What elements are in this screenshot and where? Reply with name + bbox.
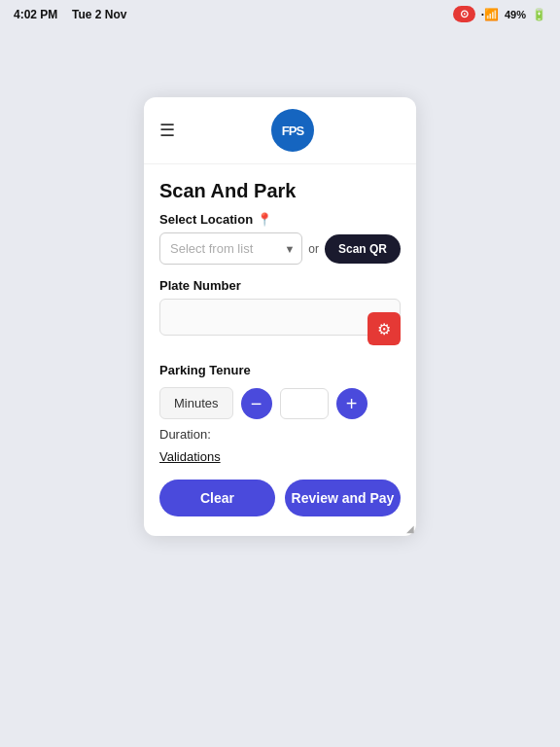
clear-button[interactable]: Clear (159, 480, 275, 516)
select-location-label: Select Location 📍 (159, 212, 401, 227)
review-pay-button[interactable]: Review and Pay (285, 480, 401, 516)
app-logo: FPS (271, 109, 314, 152)
minutes-badge: Minutes (159, 387, 233, 419)
gear-button[interactable]: ⚙ (368, 312, 401, 345)
camera-icon: ⊙ (460, 8, 469, 20)
action-buttons: Clear Review and Pay (159, 480, 401, 516)
parking-tenure-label: Parking Tenure (159, 363, 401, 377)
app-card: ☰ FPS Scan And Park Select Location 📍 Se… (144, 97, 416, 536)
signal-icons: ·📶 (481, 8, 499, 21)
plate-number-label: Plate Number (159, 278, 401, 293)
logo-text: FPS (282, 124, 303, 137)
location-select[interactable]: Select from list (159, 232, 302, 265)
card-header: ☰ FPS (144, 97, 416, 164)
status-bar: 4:02 PM Tue 2 Nov ⊙ ·📶 49% 🔋 (0, 0, 560, 28)
or-text: or (308, 242, 319, 256)
validations-link[interactable]: Validations (159, 449, 221, 464)
location-row: Select from list ▼ or Scan QR (159, 232, 401, 265)
plate-input-wrapper: ⚙ (159, 299, 401, 336)
select-wrapper: Select from list ▼ (159, 232, 302, 265)
hamburger-icon[interactable]: ☰ (159, 122, 175, 139)
page-title: Scan And Park (159, 180, 401, 202)
card-content: Scan And Park Select Location 📍 Select f… (144, 164, 416, 536)
duration-text: Duration: (159, 427, 401, 442)
battery-icon: 🔋 (532, 8, 546, 21)
scan-qr-button[interactable]: Scan QR (325, 234, 401, 264)
increment-button[interactable]: + (336, 388, 368, 419)
decrement-button[interactable]: − (241, 388, 272, 419)
pin-icon: 📍 (257, 212, 272, 227)
time: 4:02 PM (14, 8, 57, 21)
gear-icon: ⚙ (377, 320, 391, 338)
tenure-value-input[interactable] (280, 388, 329, 419)
battery-badge: ⊙ (453, 6, 475, 22)
plate-number-input[interactable] (159, 299, 401, 336)
resize-handle: ◢ (401, 520, 416, 536)
battery-percent: 49% (505, 9, 526, 20)
tenure-row: Minutes − + (159, 387, 401, 419)
date: Tue 2 Nov (72, 8, 126, 21)
